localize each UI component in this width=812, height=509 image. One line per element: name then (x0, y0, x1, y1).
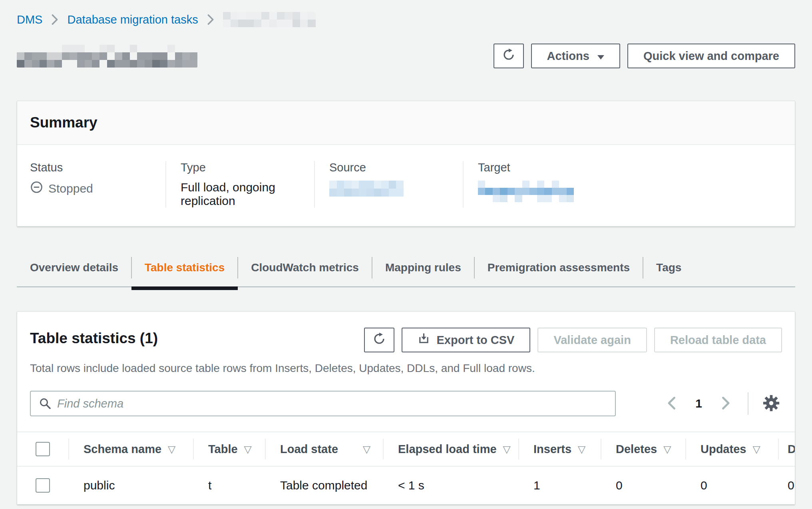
refresh-button[interactable] (494, 44, 524, 68)
summary-field-type: Type Full load, ongoing replication (165, 161, 314, 208)
column-header-label: Schema name (84, 443, 161, 456)
status-text: Stopped (48, 182, 93, 195)
sort-icon: ▽ (752, 443, 760, 455)
column-header-schema-name[interactable]: Schema name ▽ (68, 443, 193, 456)
tab-mapping-rules[interactable]: Mapping rules (372, 249, 474, 286)
cell-table: t (193, 479, 265, 492)
tab-tags[interactable]: Tags (643, 249, 695, 286)
column-header-label: Elapsed load time (398, 443, 497, 456)
summary-card: Summary Status Stopped Type Full load, o… (17, 101, 795, 227)
cell-inserts: 1 (518, 479, 601, 492)
export-csv-button[interactable]: Export to CSV (402, 328, 530, 352)
current-page-number[interactable]: 1 (695, 397, 702, 410)
download-icon (418, 332, 430, 348)
column-header-label: Deletes (616, 443, 657, 456)
pagination: 1 (663, 392, 782, 415)
redacted-target-endpoint[interactable] (478, 181, 574, 202)
sort-icon: ▽ (244, 443, 252, 455)
summary-header: Summary (17, 101, 795, 145)
cell-load-state: Table completed (265, 479, 383, 492)
previous-page-button[interactable] (663, 393, 679, 415)
tab-bar: Overview details Table statistics CloudW… (17, 249, 795, 287)
refresh-icon (502, 48, 515, 64)
summary-field-status: Status Stopped (17, 161, 165, 208)
row-select-cell (17, 478, 68, 493)
type-value: Full load, ongoing replication (181, 181, 314, 208)
filter-row: 1 (17, 391, 795, 416)
refresh-table-button[interactable] (364, 328, 394, 352)
search-input[interactable] (30, 391, 616, 416)
table-statistics-card: Table statistics (1) Export to CSV Valid… (17, 311, 795, 505)
table-row: public t Table completed < 1 s 1 0 0 0 (17, 467, 795, 504)
status-value: Stopped (30, 181, 165, 197)
search-box (30, 391, 616, 416)
row-checkbox[interactable] (36, 478, 50, 493)
sort-icon: ▽ (168, 443, 175, 455)
validate-again-button[interactable]: Validate again (537, 328, 647, 352)
breadcrumb-link-tasks[interactable]: Database migration tasks (67, 13, 198, 26)
type-label: Type (181, 161, 314, 174)
status-label: Status (30, 161, 165, 174)
summary-field-target: Target (463, 161, 795, 208)
table-statistics-title: Table statistics (1) (30, 328, 158, 347)
validate-again-label: Validate again (553, 334, 631, 347)
actions-button[interactable]: Actions (531, 44, 620, 68)
column-header-deletes[interactable]: Deletes ▽ (601, 443, 685, 456)
chevron-right-icon (207, 14, 214, 25)
breadcrumb: DMS Database migration tasks (17, 0, 795, 27)
reload-table-data-button[interactable]: Reload table data (654, 328, 782, 352)
sort-icon: ▽ (363, 443, 370, 455)
cell-updates: 0 (685, 479, 778, 492)
select-all-checkbox[interactable] (36, 442, 50, 456)
table-statistics-actions: Export to CSV Validate again Reload tabl… (364, 328, 782, 352)
redacted-source-endpoint[interactable] (329, 181, 404, 197)
tab-overview-details[interactable]: Overview details (17, 249, 131, 286)
chevron-right-icon (51, 14, 58, 25)
summary-field-source: Source (314, 161, 463, 208)
cell-deletes: 0 (601, 479, 685, 492)
table-statistics-table: Schema name ▽ Table ▽ Load state ▽ Elaps… (17, 431, 795, 504)
tab-cloudwatch-metrics[interactable]: CloudWatch metrics (238, 249, 372, 286)
reload-table-data-label: Reload table data (670, 334, 766, 347)
table-statistics-header: Table statistics (1) Export to CSV Valid… (17, 328, 795, 352)
cell-schema-name: public (68, 479, 193, 492)
column-header-inserts[interactable]: Inserts ▽ (518, 443, 601, 456)
column-header-elapsed-load-time[interactable]: Elapsed load time ▽ (383, 443, 518, 456)
sort-icon: ▽ (503, 443, 511, 455)
gear-icon (762, 394, 780, 414)
column-header-ddls[interactable]: DDLs ▽ (778, 443, 795, 456)
column-header-load-state[interactable]: Load state ▽ (265, 443, 383, 456)
preferences-button[interactable] (760, 392, 782, 415)
caret-down-icon (597, 50, 604, 63)
tab-premigration-assessments[interactable]: Premigration assessments (474, 249, 643, 286)
column-header-table[interactable]: Table ▽ (193, 443, 265, 456)
sort-icon: ▽ (578, 443, 585, 455)
select-all-cell (17, 442, 68, 456)
target-label: Target (478, 161, 795, 174)
quick-view-button-label: Quick view and compare (643, 50, 779, 63)
source-label: Source (329, 161, 463, 174)
cell-ddls: 0 (778, 479, 795, 492)
redacted-task-name (17, 45, 197, 68)
sort-icon: ▽ (663, 443, 671, 455)
stopped-icon (30, 181, 43, 197)
next-page-button[interactable] (718, 393, 734, 415)
tab-table-statistics[interactable]: Table statistics (131, 249, 238, 286)
summary-body: Status Stopped Type Full load, ongoing r… (17, 145, 795, 226)
column-header-updates[interactable]: Updates ▽ (685, 443, 778, 456)
breadcrumb-link-dms[interactable]: DMS (17, 13, 42, 26)
divider (748, 392, 748, 415)
column-header-label: Load state (280, 443, 338, 456)
refresh-icon (373, 332, 386, 348)
cell-elapsed-load-time: < 1 s (383, 479, 518, 492)
quick-view-button[interactable]: Quick view and compare (627, 44, 795, 68)
dms-task-page: DMS Database migration tasks Actions (0, 0, 812, 505)
column-header-label: Table (208, 443, 238, 456)
column-header-label: DDLs (788, 443, 795, 456)
summary-title: Summary (30, 114, 98, 131)
column-header-label: Updates (701, 443, 746, 456)
page-header: Actions Quick view and compare (17, 43, 795, 69)
chevron-left-icon (667, 396, 676, 412)
redacted-breadcrumb-item (223, 12, 316, 27)
chevron-right-icon (721, 396, 731, 412)
